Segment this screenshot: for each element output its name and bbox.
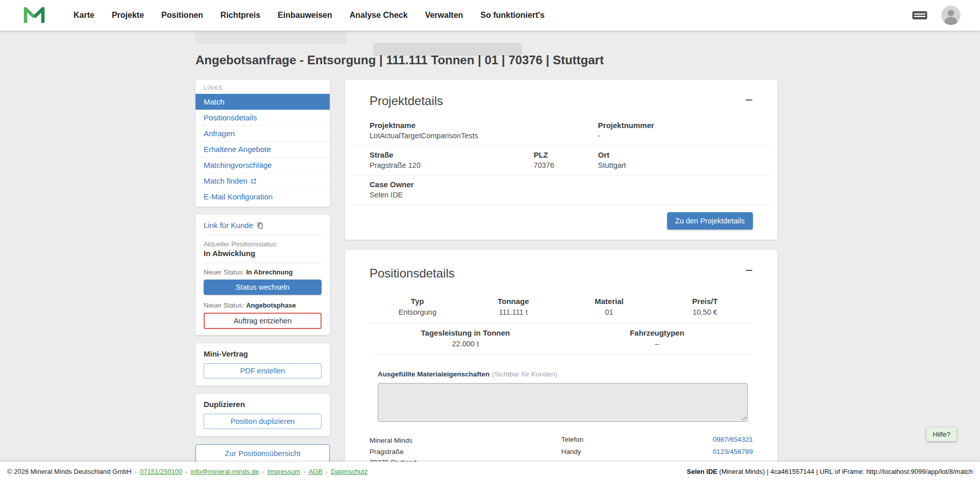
field-projektname: Projektname LotActualTargetComparisonTes…: [370, 121, 598, 140]
page-content: Angebotsanfrage - Entsorgung | 111.111 T…: [195, 31, 777, 481]
stat-value: –: [561, 340, 753, 348]
field-value: 70376: [533, 161, 598, 169]
current-status-value: In Abwicklung: [204, 249, 322, 263]
project-details-card: Projektdetails − Projektname LotActualTa…: [345, 80, 777, 240]
mineral-minds-logo-icon[interactable]: [23, 6, 45, 25]
footer-agb-link[interactable]: AGB: [308, 468, 322, 475]
project-details-rows: Projektname LotActualTargetComparisonTes…: [353, 116, 770, 205]
user-avatar[interactable]: [941, 6, 961, 25]
session-info: Selen IDE (Mineral Minds) | 4ca461557144…: [687, 468, 973, 475]
next-status-line: Neuer Status: Angebotsphase: [204, 301, 322, 309]
nav-item-projekte[interactable]: Projekte: [112, 11, 144, 20]
sidebar-item-match-finden[interactable]: Match finden: [195, 173, 330, 189]
field-label: Case Owner: [370, 180, 753, 189]
stat-label: Typ: [370, 297, 465, 306]
main-nav: Karte Projekte Positionen Richtpreis Ein…: [74, 11, 545, 20]
copy-icon: [257, 222, 263, 229]
revoke-order-button[interactable]: Auftrag entziehen: [204, 313, 322, 329]
nav-item-so-funktionierts[interactable]: So funktioniert's: [480, 11, 545, 20]
duplicate-position-button[interactable]: Position duplizieren: [204, 414, 322, 429]
next-status-value: In Abrechnung: [246, 268, 292, 276]
telefon-label: Telefon: [561, 436, 584, 443]
field-strasse: Straße Pragstraße 120: [370, 150, 533, 169]
nav-item-karte[interactable]: Karte: [74, 11, 94, 20]
next-status-value: Angebotsphase: [246, 301, 296, 309]
content-columns: LINKS Match Positionsdetails Anfragen Er…: [195, 80, 777, 481]
footer-separator: ·: [262, 468, 264, 475]
position-overview-button[interactable]: Zur Positionsübersicht: [195, 444, 330, 462]
material-properties-textarea[interactable]: [378, 383, 748, 422]
footer-email-link[interactable]: info@mineral-minds.de: [191, 468, 259, 475]
sidebar-item-label: Anfragen: [204, 129, 235, 138]
stat-tagesleistung: Tagesleistung in Tonnen 22.000 t: [370, 328, 561, 348]
sidebar-item-label: Matchingvorschläge: [204, 161, 272, 169]
mini-contract-title: Mini-Vertrag: [204, 349, 322, 358]
nav-item-positionen[interactable]: Positionen: [161, 11, 203, 20]
sidebar-item-matchingvorschlaege[interactable]: Matchingvorschläge: [195, 157, 330, 173]
field-value: Stuttgart: [598, 161, 753, 169]
create-pdf-button[interactable]: PDF erstellen: [204, 363, 322, 378]
field-case-owner: Case Owner Selen IDE: [370, 180, 753, 199]
field-value: Pragstraße 120: [370, 161, 533, 169]
stat-value: 10,50 €: [657, 308, 753, 316]
phone-row: Telefon 0987/654321: [561, 436, 753, 443]
sidebar-item-match[interactable]: Match: [195, 94, 330, 110]
sidebar-item-anfragen[interactable]: Anfragen: [195, 125, 330, 141]
sidebar-item-label: Match: [204, 97, 225, 106]
page-title: Angebotsanfrage - Entsorgung | 111.111 T…: [195, 53, 777, 67]
stat-typ: Typ Entsorgung: [370, 297, 465, 316]
stat-tonnage: Tonnage 111.111 t: [465, 297, 561, 316]
field-value: LotActualTargetComparisonTests: [370, 132, 598, 140]
current-status-label: Aktueller Positionsstatus:: [204, 240, 322, 248]
customer-link[interactable]: Link für Kunde: [204, 221, 322, 235]
stat-label: Tonnage: [465, 297, 561, 306]
stat-label: Fahrzeugtypen: [561, 328, 753, 337]
footer-separator: ·: [303, 468, 305, 475]
sidebar-item-positionsdetails[interactable]: Positionsdetails: [195, 110, 330, 125]
sidebar-item-erhaltene-angebote[interactable]: Erhaltene Angebote: [195, 141, 330, 157]
field-label: Projektnummer: [598, 121, 753, 130]
material-properties-label: Ausgefüllte Materialeigenschaften: [378, 370, 489, 378]
stat-label: Material: [561, 297, 657, 306]
customer-link-label: Link für Kunde: [204, 221, 253, 230]
stat-fahrzeugtypen: Fahrzeugtypen –: [561, 328, 753, 348]
field-label: Straße: [370, 150, 533, 159]
sidebar-item-email-konfiguration[interactable]: E-Mail Konfiguration: [195, 189, 330, 205]
field-label: PLZ: [533, 150, 598, 159]
field-projektnummer: Projektnummer -: [598, 121, 753, 140]
stat-label: Preis/T: [657, 297, 753, 306]
position-details-title: Positionsdetails: [370, 266, 753, 281]
telefon-link[interactable]: 0987/654321: [713, 436, 753, 443]
stat-label: Tagesleistung in Tonnen: [370, 328, 561, 337]
session-details: (Mineral Minds) | 4ca461557144 | URL of …: [717, 468, 973, 475]
help-button[interactable]: Hilfe?: [926, 427, 957, 441]
footer: © 2026 Mineral Minds Deutschland GmbH · …: [0, 462, 980, 481]
sidebar-item-label: E-Mail Konfiguration: [204, 192, 273, 201]
collapse-icon[interactable]: −: [742, 263, 756, 277]
position-details-card: Positionsdetails − Typ Entsorgung Tonnag…: [345, 250, 777, 481]
field-ort: Ort Stuttgart: [598, 150, 753, 169]
footer-phone-link[interactable]: 07151/250100: [140, 468, 182, 475]
field-label: Projektname: [370, 121, 598, 130]
nav-item-analyse-check[interactable]: Analyse Check: [350, 11, 408, 20]
change-status-button[interactable]: Status wechseln: [204, 280, 322, 295]
nav-item-richtpreis[interactable]: Richtpreis: [220, 11, 260, 20]
footer-datenschutz-link[interactable]: Datenschutz: [331, 468, 368, 475]
material-properties-label-line: Ausgefüllte Materialeigenschaften (Sicht…: [378, 369, 748, 378]
server-icon[interactable]: [912, 9, 928, 21]
nav-item-verwalten[interactable]: Verwalten: [425, 11, 463, 20]
material-properties-hint: (Sichtbar für Kunden): [492, 370, 557, 378]
next-status-line: Neuer Status: In Abrechnung: [204, 268, 322, 276]
footer-separator: ·: [326, 468, 328, 475]
go-to-project-details-button[interactable]: Zu den Projektdetails: [667, 212, 753, 230]
sidebar-item-label: Match finden: [204, 176, 248, 185]
handy-link[interactable]: 0123/456789: [713, 448, 753, 455]
footer-separator: ·: [185, 468, 187, 475]
footer-impressum-link[interactable]: Impressum: [267, 468, 300, 475]
nav-item-einbauweisen[interactable]: Einbauweisen: [278, 11, 332, 20]
collapse-icon[interactable]: −: [742, 93, 756, 107]
stat-preis: Preis/T 10,50 €: [657, 297, 753, 316]
footer-links: © 2026 Mineral Minds Deutschland GmbH · …: [7, 468, 368, 475]
stat-value: 01: [561, 308, 657, 316]
sidebar-item-label: Erhaltene Angebote: [204, 145, 271, 154]
